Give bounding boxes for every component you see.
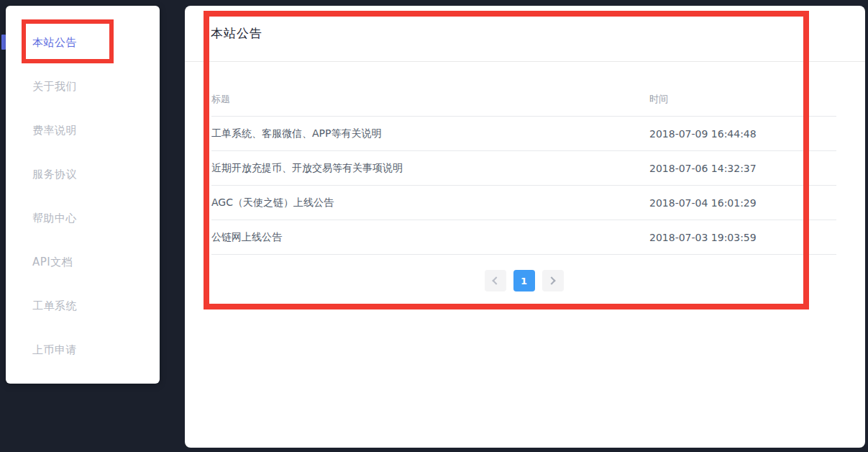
announcement-title[interactable]: 近期开放充提币、开放交易等有关事项说明	[211, 162, 649, 175]
announcements-panel: 本站公告 标题 时间 工单系统、客服微信、APP等有关说明 2018-07-09…	[185, 6, 865, 448]
announcement-time: 2018-07-06 14:32:37	[649, 163, 836, 174]
sidebar-item-listing-application[interactable]: 上币申请	[6, 328, 160, 372]
announcement-time: 2018-07-03 19:03:59	[649, 232, 836, 243]
panel-header: 本站公告	[185, 6, 865, 62]
pagination-next-button[interactable]	[542, 270, 564, 291]
sidebar-item-service-agreement[interactable]: 服务协议	[6, 153, 160, 196]
announcement-title[interactable]: 工单系统、客服微信、APP等有关说明	[211, 127, 649, 140]
sidebar: 本站公告 关于我们 费率说明 服务协议 帮助中心 API文档 工单系统 上币申请	[6, 6, 160, 384]
pagination-prev-button[interactable]	[485, 270, 506, 291]
sidebar-item-fee-description[interactable]: 费率说明	[6, 109, 160, 153]
table-row[interactable]: 近期开放充提币、开放交易等有关事项说明 2018-07-06 14:32:37	[211, 151, 836, 186]
column-header-time: 时间	[649, 93, 836, 106]
chevron-right-icon	[547, 276, 555, 284]
table-row[interactable]: 公链网上线公告 2018-07-03 19:03:59	[211, 220, 836, 255]
table-row[interactable]: 工单系统、客服微信、APP等有关说明 2018-07-09 16:44:48	[211, 117, 836, 151]
announcement-time: 2018-07-04 16:01:29	[649, 197, 836, 209]
announcements-table: 标题 时间 工单系统、客服微信、APP等有关说明 2018-07-09 16:4…	[211, 83, 836, 255]
pagination-page-1[interactable]: 1	[513, 270, 535, 291]
announcement-time: 2018-07-09 16:44:48	[649, 128, 836, 140]
table-row[interactable]: AGC（天使之链）上线公告 2018-07-04 16:01:29	[211, 186, 836, 220]
table-header-row: 标题 时间	[211, 83, 836, 117]
announcement-title[interactable]: 公链网上线公告	[211, 231, 649, 244]
pagination: 1	[211, 270, 836, 291]
page-title: 本站公告	[211, 25, 262, 42]
sidebar-item-about-us[interactable]: 关于我们	[6, 65, 160, 109]
sidebar-item-ticket-system[interactable]: 工单系统	[6, 284, 160, 328]
chevron-left-icon	[492, 276, 500, 284]
sidebar-menu: 本站公告 关于我们 费率说明 服务协议 帮助中心 API文档 工单系统 上币申请	[6, 6, 160, 372]
sidebar-item-help-center[interactable]: 帮助中心	[6, 196, 160, 240]
sidebar-item-api-docs[interactable]: API文档	[6, 240, 160, 284]
announcement-title[interactable]: AGC（天使之链）上线公告	[211, 196, 649, 209]
sidebar-item-site-announcements[interactable]: 本站公告	[6, 21, 160, 65]
column-header-title: 标题	[211, 93, 649, 106]
